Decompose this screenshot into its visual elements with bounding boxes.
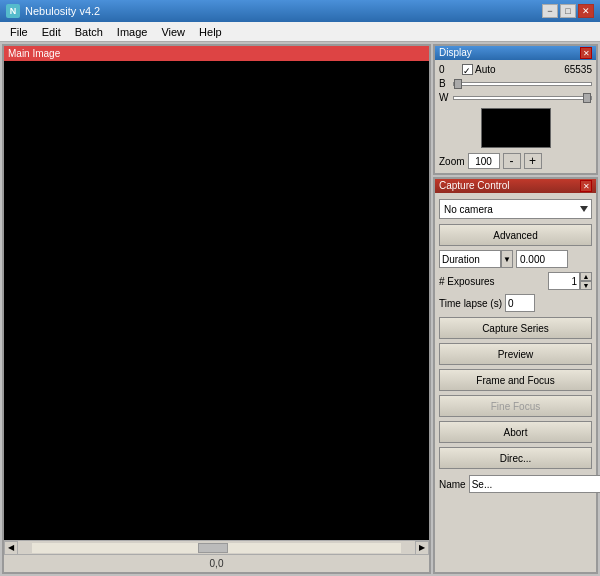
window-title: Nebulosity v4.2 xyxy=(25,5,100,17)
status-bar: 0,0 xyxy=(4,554,429,572)
exposures-row: # Exposures ▲ ▼ xyxy=(439,272,592,290)
white-slider-thumb[interactable] xyxy=(583,93,591,103)
black-slider-thumb[interactable] xyxy=(454,79,462,89)
capture-series-button[interactable]: Capture Series xyxy=(439,317,592,339)
scroll-left-button[interactable]: ◀ xyxy=(4,541,18,555)
zoom-out-button[interactable]: - xyxy=(503,153,521,169)
menu-view[interactable]: View xyxy=(155,24,191,40)
white-label: W xyxy=(439,92,451,103)
preview-button[interactable]: Preview xyxy=(439,343,592,365)
capture-header: Capture Control ✕ xyxy=(435,179,596,193)
left-panel: Main Image ◀ ▶ 0,0 xyxy=(2,44,431,574)
exposures-up-button[interactable]: ▲ xyxy=(580,272,592,281)
menu-edit[interactable]: Edit xyxy=(36,24,67,40)
main-image-title: Main Image xyxy=(8,48,60,59)
name-row: Name xyxy=(439,475,592,493)
capture-close-button[interactable]: ✕ xyxy=(580,180,592,192)
timelapse-input[interactable] xyxy=(505,294,535,312)
menu-bar: File Edit Batch Image View Help xyxy=(0,22,600,42)
display-range-row: 0 Auto 65535 xyxy=(439,64,592,75)
main-layout: Main Image ◀ ▶ 0,0 Display ✕ 0 A xyxy=(0,42,600,576)
zoom-label: Zoom xyxy=(439,156,465,167)
auto-checkbox-wrap: Auto xyxy=(462,64,496,75)
display-min-value: 0 xyxy=(439,64,459,75)
display-max-value: 65535 xyxy=(564,64,592,75)
display-panel: Display ✕ 0 Auto 65535 B W xyxy=(433,44,598,175)
menu-help[interactable]: Help xyxy=(193,24,228,40)
capture-panel: Capture Control ✕ No camera Advanced Dur… xyxy=(433,177,598,574)
maximize-button[interactable]: □ xyxy=(560,4,576,18)
zoom-input[interactable] xyxy=(468,153,500,169)
menu-image[interactable]: Image xyxy=(111,24,154,40)
duration-select[interactable]: Duration xyxy=(439,250,501,268)
auto-label: Auto xyxy=(475,64,496,75)
white-slider-track[interactable] xyxy=(453,96,592,100)
image-canvas xyxy=(4,61,429,540)
exposures-input[interactable] xyxy=(548,272,580,290)
main-image-header: Main Image xyxy=(4,46,429,61)
exposures-down-button[interactable]: ▼ xyxy=(580,281,592,290)
fine-focus-button[interactable]: Fine Focus xyxy=(439,395,592,417)
menu-batch[interactable]: Batch xyxy=(69,24,109,40)
menu-file[interactable]: File xyxy=(4,24,34,40)
scroll-right-button[interactable]: ▶ xyxy=(415,541,429,555)
window-controls: − □ ✕ xyxy=(542,4,594,18)
display-close-button[interactable]: ✕ xyxy=(580,47,592,59)
close-button[interactable]: ✕ xyxy=(578,4,594,18)
horizontal-scrollbar[interactable]: ◀ ▶ xyxy=(4,540,429,554)
capture-title: Capture Control xyxy=(439,180,510,192)
display-title: Display xyxy=(439,47,472,59)
exposures-label: # Exposures xyxy=(439,276,495,287)
camera-select[interactable]: No camera xyxy=(439,199,592,219)
duration-row: Duration ▼ xyxy=(439,250,592,268)
title-bar: N Nebulosity v4.2 − □ ✕ xyxy=(0,0,600,22)
minimize-button[interactable]: − xyxy=(542,4,558,18)
zoom-in-button[interactable]: + xyxy=(524,153,542,169)
exposures-spinner: ▲ ▼ xyxy=(580,272,592,290)
timelapse-row: Time lapse (s) xyxy=(439,294,592,312)
black-label: B xyxy=(439,78,451,89)
frame-focus-button[interactable]: Frame and Focus xyxy=(439,369,592,391)
direct-button[interactable]: Direc... xyxy=(439,447,592,469)
display-preview xyxy=(481,108,551,148)
name-input[interactable] xyxy=(469,475,600,493)
black-slider-track[interactable] xyxy=(453,82,592,86)
display-header: Display ✕ xyxy=(435,46,596,60)
coordinate-display: 0,0 xyxy=(210,558,224,569)
auto-checkbox[interactable] xyxy=(462,64,473,75)
duration-value-input[interactable] xyxy=(516,250,568,268)
app-icon: N xyxy=(6,4,20,18)
abort-button[interactable]: Abort xyxy=(439,421,592,443)
scrollbar-track[interactable] xyxy=(32,543,401,553)
duration-dropdown-arrow[interactable]: ▼ xyxy=(501,250,513,268)
white-slider-row: W xyxy=(439,92,592,103)
name-label: Name xyxy=(439,479,466,490)
timelapse-label: Time lapse (s) xyxy=(439,298,502,309)
zoom-row: Zoom - + xyxy=(439,153,592,169)
scrollbar-thumb[interactable] xyxy=(198,543,228,553)
right-panel: Display ✕ 0 Auto 65535 B W xyxy=(433,44,598,574)
advanced-button[interactable]: Advanced xyxy=(439,224,592,246)
black-slider-row: B xyxy=(439,78,592,89)
